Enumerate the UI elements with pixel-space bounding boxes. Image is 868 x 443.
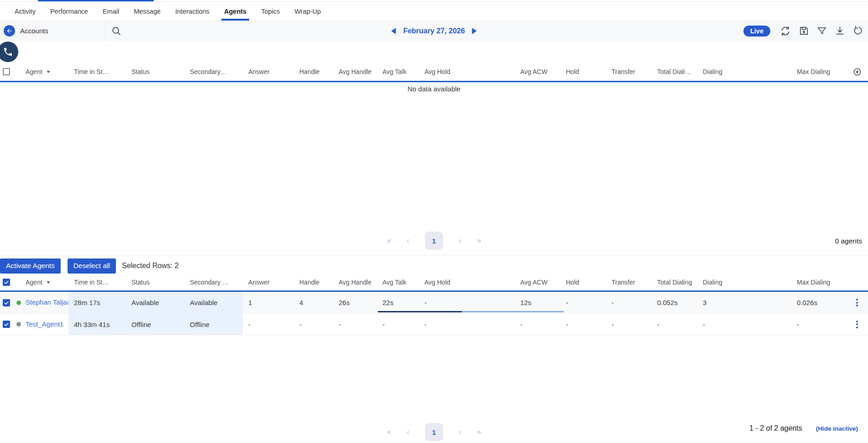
cell-dialing: 3 (697, 292, 791, 313)
cell-avg-talk: 22s (377, 292, 419, 313)
empty-state-message: No data available (0, 85, 868, 93)
undo-icon[interactable] (853, 26, 863, 36)
tab-activity[interactable]: Activity (12, 2, 38, 21)
column-header-hold[interactable]: Hold (560, 63, 606, 81)
column-header-answer[interactable]: Answer (243, 274, 294, 290)
previous-page-button[interactable]: ‹ (407, 236, 409, 245)
tab-email[interactable]: Email (100, 2, 122, 21)
agents-dashboard: Activity Performance Email Message Inter… (0, 0, 868, 443)
column-header-secondary[interactable]: Secondary… (184, 63, 243, 81)
row-menu-icon[interactable] (854, 297, 860, 308)
cell-time-in-status: 4h 33m 41s (68, 314, 126, 335)
row-checkbox[interactable] (3, 299, 10, 306)
column-header-total-dialing[interactable]: Total Diali… (652, 63, 697, 81)
search-icon[interactable] (111, 26, 122, 38)
cell-avg-hold: - (419, 292, 515, 313)
deselect-all-button[interactable]: Deselect all (68, 258, 116, 274)
presence-indicator-offline (16, 322, 21, 327)
table1-pagination: « ‹ 1 › » (0, 231, 868, 251)
talk-duration-bar (378, 311, 462, 312)
tab-performance[interactable]: Performance (47, 2, 91, 21)
column-header-max-dialing[interactable]: Max Dialing (791, 274, 846, 290)
next-day-button[interactable] (472, 28, 477, 34)
column-header-agent[interactable]: Agent (25, 63, 68, 81)
column-header-avg-talk[interactable]: Avg Talk (377, 274, 419, 290)
column-header-dialing[interactable]: Dialing (697, 274, 791, 290)
tab-topics[interactable]: Topics (258, 2, 282, 21)
select-all-checkbox[interactable] (3, 68, 10, 75)
next-page-button[interactable]: › (459, 236, 461, 245)
toolbar-divider (105, 21, 105, 41)
table1-header: Agent Time in St… Status Secondary… Answ… (0, 63, 868, 82)
tab-message[interactable]: Message (131, 2, 163, 21)
previous-page-button[interactable]: ‹ (407, 427, 409, 437)
back-button[interactable] (4, 25, 15, 37)
tab-wrap-up[interactable]: Wrap-Up (292, 2, 324, 21)
row-checkbox[interactable] (3, 321, 10, 328)
phone-channel-icon[interactable] (0, 42, 18, 62)
agent-name-link[interactable]: Test_Agent1 (26, 321, 63, 328)
toolbar: Accounts February 27, 2026 Live (0, 21, 868, 41)
column-header-hold[interactable]: Hold (560, 274, 606, 290)
cell-secondary: Offline (184, 314, 243, 335)
select-all-checkbox-checked[interactable] (3, 279, 10, 286)
hide-inactive-link[interactable]: (Hide inactive) (816, 425, 858, 432)
column-header-avg-handle[interactable]: Avg Handle (333, 274, 377, 290)
cell-total-dialing: - (652, 314, 697, 335)
first-page-button[interactable]: « (387, 427, 391, 437)
previous-day-button[interactable] (391, 28, 396, 34)
cell-avg-talk: - (377, 314, 419, 335)
agents-range-label: 1 - 2 of 2 agents (749, 424, 802, 432)
arrow-left-icon (6, 27, 13, 34)
activate-agents-button[interactable]: Activate Agents (0, 258, 61, 274)
last-page-button[interactable]: » (477, 427, 481, 437)
column-header-answer[interactable]: Answer (243, 63, 294, 81)
agents-count: 0 agents (835, 237, 862, 245)
column-header-dialing[interactable]: Dialing (697, 63, 791, 81)
column-header-transfer[interactable]: Transfer (606, 274, 652, 290)
date-label[interactable]: February 27, 2026 (403, 27, 465, 35)
filter-icon[interactable] (817, 26, 827, 36)
live-badge[interactable]: Live (743, 26, 770, 37)
tab-interactions[interactable]: Interactions (173, 2, 212, 21)
presence-indicator-available (16, 301, 21, 305)
page-number-button[interactable]: 1 (425, 423, 443, 441)
column-header-avg-hold[interactable]: Avg Hold (419, 274, 515, 290)
column-header-agent[interactable]: Agent (25, 274, 68, 290)
column-header-handle[interactable]: Handle (294, 274, 333, 290)
download-icon[interactable] (835, 26, 845, 36)
presence-column-header (13, 274, 25, 290)
column-header-max-dialing[interactable]: Max Dialing (791, 63, 846, 81)
column-header-total-dialing[interactable]: Total Dialing (652, 274, 697, 290)
column-header-secondary[interactable]: Secondary … (184, 274, 243, 290)
first-page-button[interactable]: « (387, 236, 391, 245)
column-header-avg-acw[interactable]: Avg ACW (515, 274, 560, 290)
column-header-status[interactable]: Status (126, 274, 184, 290)
column-header-avg-acw[interactable]: Avg ACW (515, 63, 560, 81)
cell-avg-handle: - (333, 314, 377, 335)
column-header-avg-handle[interactable]: Avg Handle (333, 63, 377, 81)
next-page-button[interactable]: › (459, 427, 461, 437)
column-header-handle[interactable]: Handle (294, 63, 333, 81)
add-column-icon[interactable] (853, 68, 862, 76)
presence-column-header (13, 63, 25, 81)
section-divider (0, 255, 868, 255)
agent-name-link[interactable]: Stephan Taljaard (26, 299, 68, 306)
cell-time-in-status: 28m 17s (68, 292, 126, 313)
column-header-status[interactable]: Status (126, 63, 184, 81)
cell-secondary: Available (184, 292, 243, 313)
column-header-avg-talk[interactable]: Avg Talk (377, 63, 419, 81)
tab-agents[interactable]: Agents (221, 2, 249, 21)
column-header-transfer[interactable]: Transfer (606, 63, 652, 81)
row-menu-icon[interactable] (854, 319, 860, 330)
save-icon[interactable] (799, 26, 809, 36)
acw-duration-bar (462, 311, 564, 312)
cell-transfer: - (606, 292, 652, 313)
last-page-button[interactable]: » (477, 236, 481, 245)
column-header-avg-hold[interactable]: Avg Hold (419, 63, 515, 81)
cell-avg-acw: 12s (515, 292, 560, 313)
column-header-time-in-status[interactable]: Time in St… (68, 63, 126, 81)
page-number-button[interactable]: 1 (425, 232, 443, 250)
refresh-icon[interactable] (780, 26, 791, 37)
column-header-time-in-status[interactable]: Time in St… (68, 274, 126, 290)
